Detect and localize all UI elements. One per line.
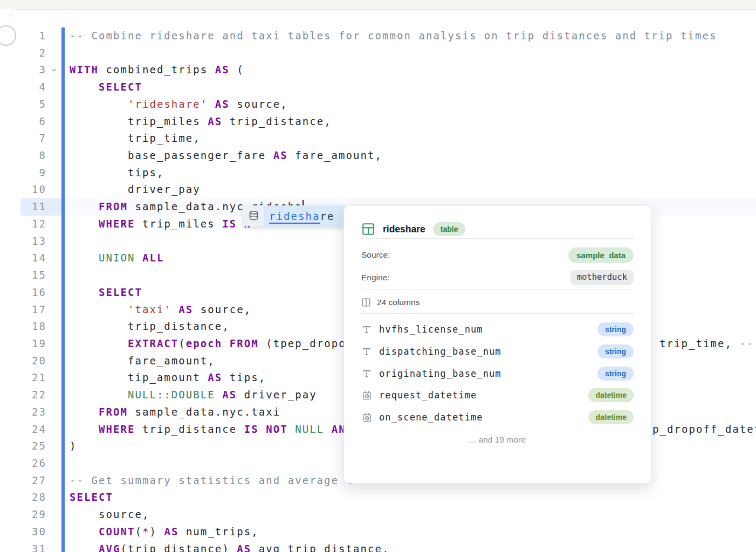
fold-gutter — [46, 369, 61, 387]
line-number[interactable]: 11 — [20, 198, 46, 216]
column-row: dispatching_base_numstring — [361, 341, 634, 363]
code-line[interactable]: 4 SELECT — [20, 79, 756, 96]
fold-gutter — [46, 489, 61, 506]
autocomplete-matched-text: ridesha — [269, 210, 320, 222]
fold-gutter — [46, 79, 61, 96]
column-name: request_datetime — [379, 390, 581, 401]
window-top-strip — [0, 0, 756, 9]
line-number[interactable]: 31 — [20, 541, 46, 552]
fold-gutter — [46, 455, 61, 472]
more-columns-text: ... and 19 more — [361, 431, 634, 448]
line-number[interactable]: 18 — [20, 318, 46, 335]
code-line[interactable]: 1-- Combine rideshare and taxi tables fo… — [20, 27, 756, 45]
fold-gutter — [46, 353, 61, 370]
column-type-badge: string — [597, 322, 634, 336]
line-number[interactable]: 23 — [20, 404, 46, 421]
column-row: request_datetimedatetime — [361, 384, 634, 406]
line-number[interactable]: 2 — [20, 45, 46, 62]
autocomplete-popup: rideshare — [243, 205, 347, 226]
columns-icon — [361, 298, 371, 307]
column-name: originating_base_num — [379, 368, 590, 379]
line-number[interactable]: 20 — [20, 353, 46, 370]
fold-gutter — [46, 438, 61, 455]
code-line[interactable]: 2 — [20, 45, 756, 62]
fold-gutter — [46, 233, 61, 250]
columns-count-text: 24 columns — [377, 298, 420, 307]
line-number[interactable]: 28 — [20, 489, 46, 506]
columns-count-row: 24 columns — [361, 292, 634, 313]
code-line[interactable]: 29 source, — [20, 506, 756, 523]
line-number[interactable]: 30 — [20, 523, 46, 541]
column-list: hvfhs_license_numstringdispatching_base_… — [361, 319, 634, 428]
engine-label: Engine: — [361, 273, 390, 282]
line-number[interactable]: 27 — [20, 472, 46, 489]
code-line[interactable]: 9 tips, — [20, 164, 756, 182]
fold-gutter — [46, 130, 61, 147]
source-label: Source: — [361, 250, 390, 260]
line-number[interactable]: 14 — [20, 250, 46, 267]
column-type-badge: string — [597, 344, 634, 358]
fold-gutter — [46, 27, 61, 45]
code-text — [65, 45, 756, 62]
line-number[interactable]: 26 — [20, 455, 46, 472]
line-number[interactable]: 16 — [20, 284, 46, 301]
popup-table-name: rideshare — [383, 224, 425, 235]
type-string-icon — [361, 369, 372, 378]
line-number[interactable]: 19 — [20, 335, 46, 353]
code-line[interactable]: 3WITH combined_trips AS ( — [20, 61, 756, 79]
line-number[interactable]: 15 — [20, 267, 46, 284]
code-text: source, — [65, 506, 756, 523]
line-number[interactable]: 7 — [20, 130, 46, 147]
line-number[interactable]: 1 — [20, 27, 46, 45]
code-line[interactable]: 8 base_passenger_fare AS fare_amount, — [20, 147, 756, 164]
column-row: on_scene_datetimedatetime — [361, 406, 634, 429]
table-type-badge: table — [433, 222, 466, 236]
code-line[interactable]: 5 'rideshare' AS source, — [20, 96, 756, 113]
code-line[interactable]: 6 trip_miles AS trip_distance, — [20, 113, 756, 130]
line-number[interactable]: 21 — [20, 369, 46, 387]
line-number[interactable]: 6 — [20, 113, 46, 130]
line-number[interactable]: 4 — [20, 79, 46, 96]
clipped-circle-icon — [0, 25, 16, 46]
source-row: Source: sample_data — [361, 244, 634, 266]
autocomplete-item-rideshare[interactable]: rideshare — [264, 205, 347, 226]
line-number[interactable]: 25 — [20, 438, 46, 455]
calendar-clock-icon — [361, 412, 372, 423]
database-icon — [243, 205, 264, 226]
line-number[interactable]: 29 — [20, 506, 46, 523]
column-row: originating_base_numstring — [361, 362, 634, 384]
line-number[interactable]: 3 — [20, 61, 46, 79]
code-line[interactable]: 28SELECT — [20, 489, 756, 506]
line-number[interactable]: 17 — [20, 301, 46, 319]
fold-gutter — [46, 96, 61, 113]
fold-chevron-icon[interactable] — [46, 61, 61, 79]
line-number[interactable]: 9 — [20, 164, 46, 182]
code-text: 'rideshare' AS source, — [65, 96, 756, 113]
line-number[interactable]: 12 — [20, 216, 46, 233]
table-info-popup: rideshare table Source: sample_data Engi… — [343, 205, 651, 484]
code-text: trip_miles AS trip_distance, — [65, 113, 756, 130]
code-line[interactable]: 30 COUNT(*) AS num_trips, — [20, 523, 756, 541]
line-number[interactable]: 8 — [20, 147, 46, 164]
code-line[interactable]: 31 AVG(trip_distance) AS avg_trip_distan… — [20, 541, 756, 552]
code-text: SELECT — [65, 79, 756, 96]
line-number[interactable]: 13 — [20, 233, 46, 250]
fold-gutter — [46, 404, 61, 421]
column-type-badge: string — [597, 367, 634, 381]
code-text-right-fragment: trip_time, -- — [659, 335, 754, 353]
fold-gutter — [46, 284, 61, 301]
fold-gutter — [46, 113, 61, 130]
line-number[interactable]: 22 — [20, 387, 46, 404]
fold-gutter — [46, 541, 61, 552]
column-name: dispatching_base_num — [379, 346, 590, 357]
line-number[interactable]: 24 — [20, 421, 46, 438]
line-number[interactable]: 10 — [20, 181, 46, 198]
fold-gutter — [46, 472, 61, 489]
line-number[interactable]: 5 — [20, 96, 46, 113]
code-text: -- Combine rideshare and taxi tables for… — [65, 27, 756, 45]
type-string-icon — [361, 347, 372, 356]
code-line[interactable]: 7 trip_time, — [20, 130, 756, 147]
fold-gutter — [46, 387, 61, 404]
code-line[interactable]: 10 driver_pay — [20, 181, 756, 198]
fold-gutter — [46, 318, 61, 335]
